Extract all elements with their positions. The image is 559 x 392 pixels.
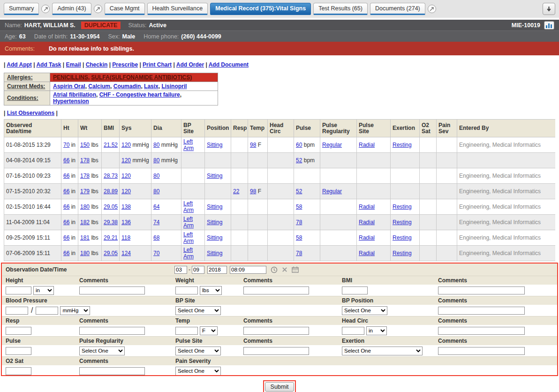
temp-comments-input[interactable] [243,327,309,335]
tab-test-results-65[interactable]: Test Results (65) [313,3,368,15]
obs-value-link[interactable]: Sitting [207,250,222,256]
action-link-add-task[interactable]: Add Task [36,61,61,68]
clock-icon[interactable] [271,266,278,273]
obs-value-link[interactable]: 52 [296,188,302,195]
tab-case-mgmt[interactable]: Case Mgmt [105,3,145,15]
bmi-input[interactable] [342,286,368,294]
obs-value-link[interactable]: Regular [322,142,342,148]
date-month-input[interactable] [174,266,187,274]
obs-value-link[interactable]: 178 [80,173,90,179]
resp-comments-input[interactable] [79,327,145,335]
medication-link[interactable]: Lisinopril [161,83,187,90]
obs-value-link[interactable]: 179 [80,188,90,195]
obs-value-link[interactable]: 58 [296,234,302,241]
allergy-link[interactable]: PENICILLINS [53,74,88,81]
obs-value-link[interactable]: Resting [393,204,412,210]
bp-diastolic-input[interactable] [36,307,58,315]
obs-value-link[interactable]: 22 [233,188,239,195]
obs-value-link[interactable]: 180 [80,204,90,210]
obs-value-link[interactable]: Left Arm [183,247,194,260]
exertion-select[interactable]: Select One [342,347,423,355]
obs-value-link[interactable]: Radial [359,250,375,256]
obs-value-link[interactable]: 28.89 [104,188,118,195]
obs-value-link[interactable]: 29.05 [104,250,118,256]
date-year-input[interactable] [207,266,227,274]
summary-row-label-allergies[interactable]: Allergies: [7,74,33,81]
temp-input[interactable] [175,327,198,335]
height-comments-input[interactable] [79,286,145,294]
obs-value-link[interactable]: 78 [296,219,302,226]
obs-value-link[interactable]: 29.38 [104,219,118,226]
list-observations-link[interactable]: List Observations [7,110,54,116]
pulse-input[interactable] [6,347,31,355]
obs-value-link[interactable]: 66 [63,173,69,179]
obs-value-link[interactable]: Sitting [207,234,222,241]
obs-value-link[interactable]: 66 [63,204,69,210]
obs-value-link[interactable]: 80 [153,173,159,179]
obs-value-link[interactable]: 60 [296,142,302,148]
obs-value-link[interactable]: 70 [63,142,69,148]
popout-icon[interactable] [94,5,102,13]
obs-value-link[interactable]: 80 [153,142,159,148]
obs-value-link[interactable]: Sitting [207,142,222,148]
medication-link[interactable]: Calcium [88,83,110,90]
obs-value-link[interactable]: Sitting [207,204,222,210]
popout-icon[interactable] [428,5,436,13]
height-unit-select[interactable]: in [33,286,54,295]
obs-value-link[interactable]: 78 [296,250,302,256]
obs-value-link[interactable]: Radial [359,219,375,226]
action-link-add-appt[interactable]: Add Appt [7,61,32,68]
action-link-add-order[interactable]: Add Order [176,61,204,68]
obs-value-link[interactable]: Left Arm [183,200,194,213]
obs-value-link[interactable]: 181 [80,234,90,241]
weight-comments-input[interactable] [243,286,309,294]
obs-value-link[interactable]: Resting [393,234,412,241]
weight-unit-select[interactable]: lbs [200,286,222,295]
obs-value-link[interactable]: 118 [121,234,130,241]
obs-value-link[interactable]: 74 [153,219,159,226]
o2-sat-comments-input[interactable] [79,367,145,375]
obs-value-link[interactable]: 80 [153,188,159,195]
exertion-comments-input[interactable] [438,347,525,355]
bp-comments-input[interactable] [438,307,525,315]
obs-value-link[interactable]: 66 [63,234,69,241]
bmi-comments-input[interactable] [438,286,525,294]
obs-value-link[interactable]: Resting [393,142,412,148]
temp-unit-select[interactable]: F [200,326,218,335]
allergy-link[interactable]: SULFA(SULFONAMIDE ANTIBIOTICS) [91,74,192,81]
tab-admin-43[interactable]: Admin (43) [52,3,91,15]
obs-value-link[interactable]: 182 [80,219,90,226]
duplicate-badge[interactable]: DUPLICATE [81,22,121,29]
condition-link[interactable]: Atrial fibrillation [53,91,96,98]
obs-value-link[interactable]: Sitting [207,173,222,179]
obs-value-link[interactable]: 29.21 [104,234,118,241]
obs-value-link[interactable]: 58 [296,204,302,210]
tab-medical-record-375-vital-signs[interactable]: Medical Record (375):Vital Signs [210,3,311,15]
obs-value-link[interactable]: 136 [121,219,131,226]
pulse-comments-input[interactable] [243,347,309,355]
tab-documents-274[interactable]: Documents (274) [370,3,425,15]
obs-value-link[interactable]: Sitting [207,219,222,226]
obs-value-link[interactable]: 68 [153,234,159,241]
obs-value-link[interactable]: 120 [121,173,131,179]
obs-value-link[interactable]: 70 [153,250,159,256]
obs-value-link[interactable]: Radial [359,142,375,148]
time-input[interactable] [230,266,266,274]
obs-value-link[interactable]: 98 [250,142,256,148]
obs-value-link[interactable]: 66 [63,219,69,226]
head-circ-unit-select[interactable]: in [366,326,387,335]
action-link-checkin[interactable]: Checkin [86,61,108,68]
popout-icon[interactable] [41,5,50,13]
obs-value-link[interactable]: 64 [153,204,159,210]
condition-link[interactable]: Hypertension [53,98,89,105]
submit-button[interactable]: Submit [265,382,295,392]
obs-value-link[interactable]: 66 [63,157,69,164]
obs-value-link[interactable]: Resting [393,219,412,226]
obs-value-link[interactable]: Radial [359,204,375,210]
medication-link[interactable]: Lasix [144,83,159,90]
action-link-add-document[interactable]: Add Document [209,61,249,68]
head-circ-comments-input[interactable] [438,327,525,335]
summary-row-label-conditions[interactable]: Conditions: [7,95,38,101]
obs-value-link[interactable]: 80 [153,157,159,164]
obs-value-link[interactable]: 52 [296,157,302,164]
